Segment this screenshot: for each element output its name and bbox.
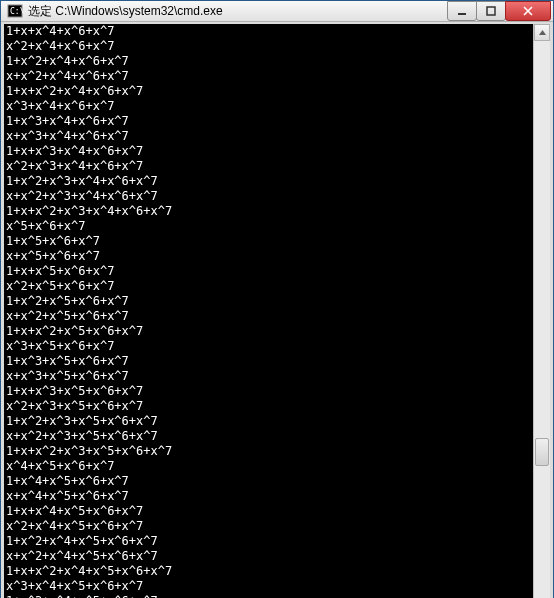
window-controls: [448, 1, 551, 21]
window-title: 选定 C:\Windows\system32\cmd.exe: [28, 3, 448, 20]
svg-rect-2: [458, 13, 466, 15]
app-icon: C:\: [7, 3, 23, 19]
titlebar[interactable]: C:\ 选定 C:\Windows\system32\cmd.exe: [1, 1, 553, 22]
vertical-scrollbar[interactable]: [533, 24, 550, 598]
scrollbar-track[interactable]: [534, 41, 550, 598]
close-button[interactable]: [505, 1, 551, 21]
svg-text:C:\: C:\: [10, 7, 23, 16]
scrollbar-thumb[interactable]: [535, 438, 549, 466]
console-output[interactable]: 1+x+x^4+x^6+x^7 x^2+x^4+x^6+x^7 1+x^2+x^…: [4, 24, 533, 598]
cmd-window: C:\ 选定 C:\Windows\system32\cmd.exe 1+x+x…: [0, 0, 554, 598]
client-area: 1+x+x^4+x^6+x^7 x^2+x^4+x^6+x^7 1+x^2+x^…: [1, 22, 553, 598]
svg-rect-3: [487, 7, 495, 15]
maximize-button[interactable]: [476, 1, 506, 21]
scroll-up-button[interactable]: [534, 24, 550, 41]
minimize-button[interactable]: [447, 1, 477, 21]
